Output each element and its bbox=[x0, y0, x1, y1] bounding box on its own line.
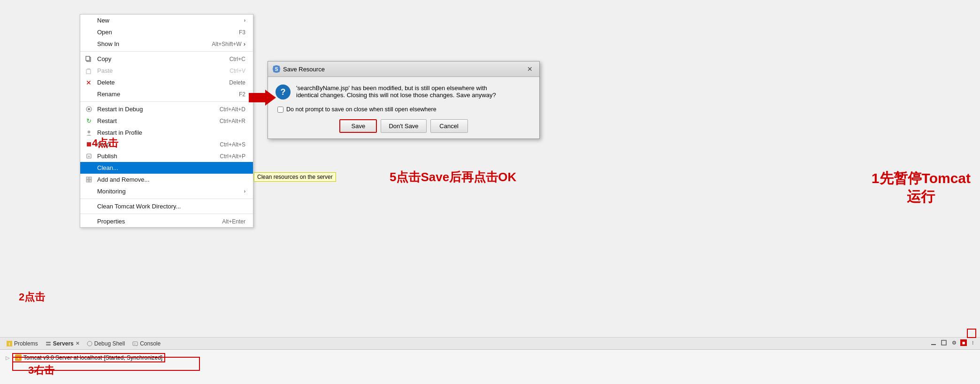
menu-item-label: Restart in Debug bbox=[97, 106, 143, 113]
menu-item-label: Clean... bbox=[97, 164, 118, 171]
annotation-step5-text: 5点击Save后再点击OK bbox=[390, 170, 516, 184]
menu-item-label: Publish bbox=[97, 153, 117, 160]
publish-icon bbox=[85, 153, 92, 160]
svg-text:!: ! bbox=[9, 342, 10, 346]
menu-shortcut: Alt+Enter bbox=[222, 218, 245, 225]
copy-icon bbox=[85, 55, 92, 63]
menu-shortcut: Ctrl+Alt+S bbox=[220, 141, 245, 148]
paste-icon bbox=[85, 67, 92, 75]
context-menu-item-publish[interactable]: Publish Ctrl+Alt+P bbox=[80, 150, 253, 162]
svg-point-19 bbox=[87, 341, 92, 346]
toolbar-btn5[interactable]: ⁝ bbox=[969, 338, 977, 347]
annotation-step4: 4点击 bbox=[92, 136, 118, 150]
tab-close-icon[interactable]: ✕ bbox=[76, 341, 79, 346]
tab-problems[interactable]: ! Problems bbox=[3, 339, 42, 348]
context-menu-item-copy[interactable]: Copy Ctrl+C bbox=[80, 53, 253, 65]
dialog-close-button[interactable]: ✕ bbox=[525, 64, 535, 74]
tooltip-clean: Clean resources on the server bbox=[254, 172, 336, 182]
toolbar-btn1[interactable] bbox=[929, 338, 938, 347]
separator bbox=[80, 101, 253, 102]
dialog-title-icon: S bbox=[273, 65, 280, 73]
submenu-arrow: › bbox=[244, 189, 245, 194]
dont-prompt-checkbox[interactable] bbox=[277, 107, 283, 113]
tab-label: Servers bbox=[53, 340, 74, 347]
menu-item-label: Open bbox=[97, 29, 112, 36]
dialog-title-text: Save Resource bbox=[283, 66, 325, 73]
dialog-body: ? 'searchByName.jsp' has been modified, … bbox=[268, 77, 539, 138]
tab-label: Problems bbox=[14, 340, 38, 347]
tab-console[interactable]: >_ Console bbox=[129, 339, 164, 348]
dialog-buttons: Save Don't Save Cancel bbox=[276, 119, 532, 133]
context-menu-item-paste[interactable]: Paste Ctrl+V bbox=[80, 65, 253, 77]
context-menu-item-restart-debug[interactable]: Restart in Debug Ctrl+Alt+D bbox=[80, 103, 253, 115]
dialog-message-line2: identical changes. Closing this will not… bbox=[296, 92, 496, 99]
stop-icon bbox=[85, 141, 92, 148]
menu-shortcut: Ctrl+Alt+P bbox=[220, 153, 245, 160]
menu-item-label: Delete bbox=[97, 79, 115, 86]
svg-point-25 bbox=[954, 342, 955, 343]
dialog-title-area: S Save Resource bbox=[273, 65, 325, 73]
menu-item-label: Add and Remove... bbox=[97, 176, 149, 183]
toolbar-btn2[interactable] bbox=[940, 338, 948, 347]
tab-label: Debug Shell bbox=[94, 340, 125, 347]
context-menu-item-new[interactable]: New › bbox=[80, 15, 253, 26]
svg-rect-22 bbox=[931, 344, 936, 345]
menu-item-label: Restart bbox=[97, 117, 117, 124]
dialog-message-area: ? 'searchByName.jsp' has been modified, … bbox=[276, 84, 532, 100]
svg-rect-10 bbox=[86, 180, 89, 182]
save-resource-dialog: S Save Resource ✕ ? 'searchByName.jsp' h… bbox=[268, 61, 540, 139]
toolbar-btn3[interactable] bbox=[950, 338, 958, 347]
context-menu-item-delete[interactable]: ✕ Delete Delete bbox=[80, 77, 253, 88]
tomcat-icon: t bbox=[15, 354, 22, 361]
menu-shortcut: Ctrl+C bbox=[230, 56, 245, 62]
context-menu-item-clean[interactable]: Clean... bbox=[80, 162, 253, 174]
context-menu-item-restart[interactable]: ↻ Restart Ctrl+Alt+R bbox=[80, 115, 253, 127]
annotation-step2-text: 2点击 bbox=[19, 291, 45, 303]
servers-icon bbox=[46, 341, 51, 346]
menu-shortcut: F3 bbox=[239, 29, 245, 36]
stop-server-button[interactable]: ■ bbox=[960, 339, 967, 346]
restart-icon: ↻ bbox=[85, 117, 92, 125]
menu-shortcut: Ctrl+V bbox=[230, 68, 245, 74]
svg-rect-2 bbox=[86, 69, 91, 74]
annotation-step5: 5点击Save后再点击OK bbox=[390, 169, 516, 185]
menu-item-label: Show In bbox=[97, 40, 119, 47]
debug-shell-icon bbox=[87, 341, 92, 346]
dont-prompt-label: Do not prompt to save on close when stil… bbox=[286, 106, 436, 113]
svg-point-5 bbox=[87, 131, 90, 133]
menu-item-label: Restart in Profile bbox=[97, 129, 142, 136]
svg-text:>_: >_ bbox=[134, 342, 138, 346]
tab-debug-shell[interactable]: Debug Shell bbox=[83, 339, 129, 348]
context-menu: New › Open F3 Show In Alt+Shift+W › Copy… bbox=[80, 14, 253, 228]
settings-icon bbox=[951, 339, 957, 346]
arrow-indicator bbox=[249, 88, 277, 108]
server-row: ▷ t Tomcat v9.0 Server at localhost [Sta… bbox=[4, 352, 976, 364]
submenu-arrow: › bbox=[244, 40, 245, 47]
tab-servers[interactable]: Servers ✕ bbox=[42, 339, 83, 348]
context-menu-item-show-in[interactable]: Show In Alt+Shift+W › bbox=[80, 38, 253, 50]
context-menu-item-clean-tomcat[interactable]: Clean Tomcat Work Directory... bbox=[80, 200, 253, 212]
cancel-button[interactable]: Cancel bbox=[430, 119, 468, 133]
svg-rect-6 bbox=[87, 142, 91, 146]
svg-marker-12 bbox=[249, 90, 276, 106]
annotation-step2: 2点击 bbox=[19, 290, 45, 304]
server-entry: t Tomcat v9.0 Server at localhost [Start… bbox=[12, 353, 165, 362]
menu-shortcut: Ctrl+Alt+R bbox=[220, 118, 245, 124]
context-menu-item-rename[interactable]: Rename F2 bbox=[80, 88, 253, 100]
svg-rect-1 bbox=[86, 56, 90, 61]
save-button[interactable]: Save bbox=[339, 119, 377, 133]
maximize-icon bbox=[941, 339, 947, 346]
menu-item-label: New bbox=[97, 17, 109, 24]
dont-save-button[interactable]: Don't Save bbox=[381, 119, 426, 133]
context-menu-item-properties[interactable]: Properties Alt+Enter bbox=[80, 215, 253, 227]
server-status: [Started, Synchronized] bbox=[104, 354, 162, 361]
tooltip-text: Clean resources on the server bbox=[257, 174, 333, 180]
annotation-step4-text: 4点击 bbox=[92, 137, 118, 149]
menu-item-label: Copy bbox=[97, 55, 111, 62]
context-menu-item-open[interactable]: Open F3 bbox=[80, 26, 253, 38]
annotation-step3-text: 3右击 bbox=[28, 364, 54, 376]
svg-point-4 bbox=[88, 108, 90, 110]
context-menu-item-add-remove[interactable]: Add and Remove... bbox=[80, 174, 253, 185]
menu-item-label: Properties bbox=[97, 218, 125, 225]
context-menu-item-monitoring[interactable]: Monitoring › bbox=[80, 185, 253, 197]
